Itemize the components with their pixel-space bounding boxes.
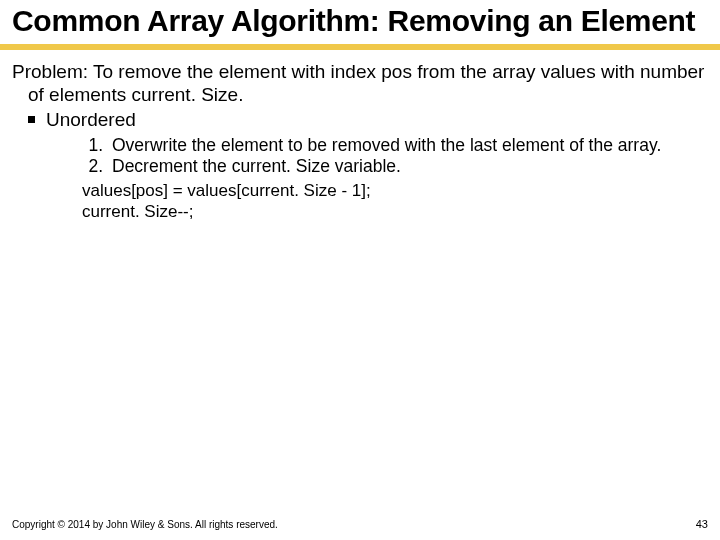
text: Problem: To remove the element with inde… [12,61,381,82]
step-item: Overwrite the element to be removed with… [108,135,706,156]
code-inline: current. Size [132,84,239,105]
slide: Common Array Algorithm: Removing an Elem… [0,0,720,540]
list-item-label: Unordered [46,109,136,130]
code-inline: current. Size [232,156,330,176]
list-item: Unordered Overwrite the element to be re… [28,108,706,222]
step-item: Decrement the current. Size variable. [108,156,706,177]
ordered-steps: Overwrite the element to be removed with… [46,135,706,178]
copyright-footer: Copyright © 2014 by John Wiley & Sons. A… [12,519,278,530]
problem-statement: Problem: To remove the element with inde… [12,60,706,106]
page-number: 43 [696,518,708,530]
code-inline: pos [381,61,412,82]
text: . [238,84,243,105]
bullet-list: Unordered Overwrite the element to be re… [12,108,706,222]
slide-body: Problem: To remove the element with inde… [0,50,720,223]
text: Decrement the [112,156,232,176]
code-line: current. Size--; [82,201,706,222]
text: from the array [417,61,541,82]
code-line: values[pos] = values[current. Size - 1]; [82,180,706,201]
text: variable. [335,156,401,176]
slide-title: Common Array Algorithm: Removing an Elem… [0,0,720,44]
code-block: values[pos] = values[current. Size - 1];… [46,180,706,223]
code-inline: values [541,61,596,82]
